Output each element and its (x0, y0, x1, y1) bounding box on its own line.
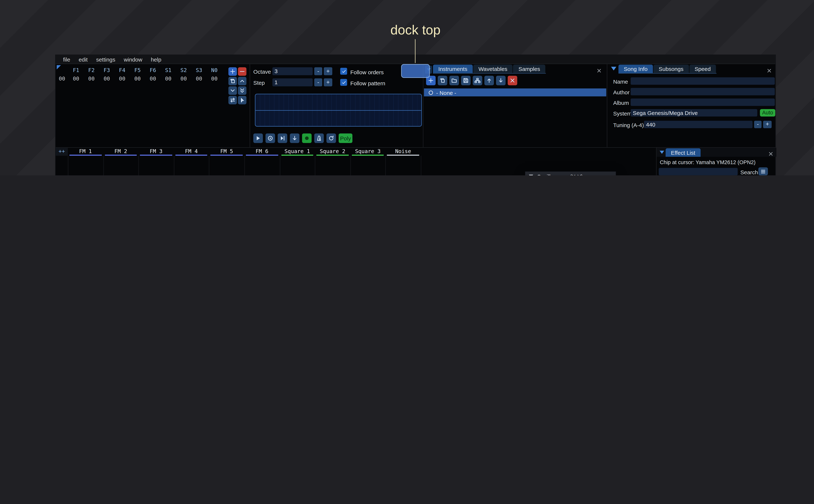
orders-cell[interactable]: 00 (160, 76, 176, 82)
menu-item-edit[interactable]: edit (74, 55, 92, 64)
tuning-input[interactable]: 440 (644, 121, 752, 128)
delete-instrument-button[interactable] (508, 76, 517, 85)
system-select[interactable]: Sega Genesis/Mega Drive (631, 109, 757, 116)
orders-column-header-F1[interactable]: F1 (68, 67, 84, 73)
orders-cell[interactable]: 00 (207, 76, 222, 82)
close-icon[interactable] (768, 149, 774, 156)
channel-header-fm-5[interactable]: FM 5 (209, 148, 244, 156)
remove-order-button[interactable] (238, 67, 246, 76)
orders-column-header-S3[interactable]: S3 (191, 67, 207, 73)
orders-column-header-S2[interactable]: S2 (176, 67, 191, 73)
orders-cell[interactable]: 00 (84, 76, 99, 82)
move-order-down-button[interactable] (228, 86, 237, 95)
change-all-orders-button[interactable] (228, 96, 237, 104)
channel-header-noise[interactable]: Noise (385, 148, 421, 156)
orders-cell[interactable]: 00 (145, 76, 160, 82)
play-pattern-button[interactable] (265, 134, 275, 143)
channel-header-fm-2[interactable]: FM 2 (103, 148, 138, 156)
channel-separator (103, 156, 104, 175)
step-input[interactable]: 1 (272, 78, 313, 86)
orders-cell[interactable]: 00 (176, 76, 191, 82)
orders-column-header-F3[interactable]: F3 (99, 67, 114, 73)
tuning-minus-button[interactable]: - (754, 121, 761, 128)
tab-song-info[interactable]: Song Info (619, 65, 653, 73)
channel-header-fm-4[interactable]: FM 4 (174, 148, 209, 156)
poly-button[interactable]: Poly (338, 134, 352, 143)
orders-column-header-F5[interactable]: F5 (130, 67, 145, 73)
channel-header-fm-3[interactable]: FM 3 (138, 148, 174, 156)
orders-column-header-S1[interactable]: S1 (160, 67, 176, 73)
orders-column-header-F4[interactable]: F4 (114, 67, 130, 73)
effect-search-input[interactable] (659, 168, 738, 175)
tab-subsongs[interactable]: Subsongs (654, 65, 689, 73)
author-field[interactable] (631, 88, 775, 95)
menu-item-window[interactable]: window (119, 55, 146, 64)
piano-widget[interactable] (255, 94, 422, 127)
tab-wavetables[interactable]: Wavetables (473, 65, 513, 73)
orders-column-header-F2[interactable]: F2 (84, 67, 99, 73)
open-instrument-button[interactable] (450, 76, 459, 85)
channel-header-square-3[interactable]: Square 3 (350, 148, 385, 156)
orders-cell[interactable]: 00 (130, 76, 145, 82)
tab-effect-list[interactable]: Effect List (666, 148, 701, 157)
add-order-button[interactable] (228, 67, 237, 76)
step-row-button[interactable] (290, 134, 299, 143)
arrow-down-icon (498, 77, 504, 84)
pattern-options-button[interactable]: ++ (56, 148, 68, 156)
channel-header-fm-6[interactable]: FM 6 (244, 148, 279, 156)
move-order-up-button[interactable] (238, 77, 246, 85)
step-forward-button[interactable] (278, 134, 287, 143)
octave-input[interactable]: 3 (272, 67, 313, 75)
follow-orders-checkbox[interactable] (340, 68, 347, 75)
orders-cell[interactable]: 00 (114, 76, 130, 82)
close-icon[interactable] (766, 66, 773, 73)
close-icon[interactable] (607, 173, 613, 175)
tab-samples[interactable]: Samples (513, 65, 546, 73)
menu-item-help[interactable]: help (146, 55, 165, 64)
album-field[interactable] (631, 99, 775, 106)
channel-header-square-2[interactable]: Square 2 (315, 148, 350, 156)
close-icon[interactable] (596, 66, 603, 73)
effect-categories-button[interactable] (758, 167, 768, 175)
instrument-folders-button[interactable] (473, 76, 483, 85)
collapse-window-icon[interactable] (611, 67, 616, 70)
channel-header-square-1[interactable]: Square 1 (280, 148, 315, 156)
orders-value-row[interactable]: 0000000000000000000000 (56, 76, 222, 82)
octave-plus-button[interactable]: + (324, 67, 332, 75)
collapse-window-icon[interactable] (660, 151, 664, 154)
name-field[interactable] (631, 77, 775, 85)
play-button[interactable] (253, 134, 263, 143)
duplicate-order-end-button[interactable] (238, 86, 246, 95)
menu-item-settings[interactable]: settings (92, 55, 119, 64)
order-edit-mode-button[interactable] (238, 96, 246, 104)
tuning-plus-button[interactable]: + (763, 121, 772, 128)
instrument-list-item-none[interactable]: - None - (424, 88, 606, 96)
repeat-pattern-button[interactable] (326, 134, 336, 143)
orders-cell[interactable]: 00 (191, 76, 207, 82)
metronome-button[interactable] (314, 134, 324, 143)
orders-column-header-F6[interactable]: F6 (145, 67, 160, 73)
tab-speed[interactable]: Speed (689, 65, 716, 73)
duplicate-instrument-button[interactable] (438, 76, 448, 85)
auto-system-button[interactable]: Auto (760, 109, 775, 116)
orders-column-header-N0[interactable]: N0 (207, 67, 222, 73)
orders-cell[interactable]: 00 (99, 76, 114, 82)
orders-cell[interactable]: 00 (68, 76, 84, 82)
channel-header-fm-1[interactable]: FM 1 (68, 148, 103, 156)
effect-list-title-bar[interactable]: Effect List (657, 148, 776, 157)
collapse-window-icon[interactable] (529, 175, 533, 175)
step-minus-button[interactable]: - (314, 78, 322, 86)
menu-item-file[interactable]: file (59, 55, 74, 64)
step-plus-button[interactable]: + (324, 78, 332, 86)
follow-pattern-checkbox[interactable] (340, 79, 347, 86)
duplicate-order-button[interactable] (228, 77, 237, 85)
move-instrument-up-button[interactable] (485, 76, 494, 85)
record-button[interactable] (302, 134, 312, 143)
channel-color-line (140, 155, 172, 156)
dock-target-top[interactable] (401, 64, 430, 78)
oscilloscope-title-bar[interactable]: Oscilloscope (X-Y) (525, 172, 616, 176)
save-instrument-button[interactable] (461, 76, 471, 85)
octave-minus-button[interactable]: - (314, 67, 322, 75)
tab-instruments[interactable]: Instruments (433, 65, 473, 73)
move-instrument-down-button[interactable] (496, 76, 506, 85)
